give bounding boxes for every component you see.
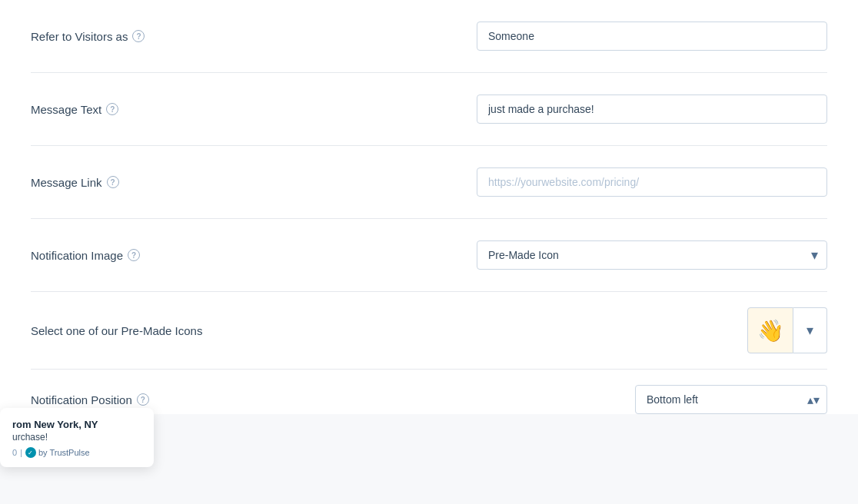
- selected-icon-emoji: 👋: [757, 318, 784, 343]
- notification-position-label-col: Notification Position ?: [31, 393, 635, 406]
- notification-image-input-col: Pre-Made Icon Custom Image None ▾: [477, 240, 827, 270]
- notification-image-row: Notification Image ? Pre-Made Icon Custo…: [31, 219, 827, 292]
- refer-to-visitors-input[interactable]: [477, 22, 827, 51]
- popup-footer: 0 | ✓ by TrustPulse: [12, 447, 141, 458]
- icon-preview: 👋: [747, 307, 793, 353]
- premade-icons-label: Select one of our Pre-Made Icons: [31, 324, 747, 337]
- form-section: Refer to Visitors as ? Message Text ? Me…: [0, 0, 858, 414]
- refer-to-visitors-label: Refer to Visitors as: [31, 30, 128, 43]
- message-text-input-col: [477, 94, 827, 124]
- icon-dropdown-chevron: ▾: [806, 322, 813, 339]
- icon-dropdown-button[interactable]: ▾: [793, 307, 827, 353]
- message-text-input[interactable]: [477, 94, 827, 124]
- premade-icons-row: Select one of our Pre-Made Icons 👋 ▾: [31, 292, 827, 370]
- refer-to-visitors-row: Refer to Visitors as ?: [31, 0, 827, 73]
- notification-position-select-wrapper: Bottom left Bottom right Top left Top ri…: [635, 385, 827, 414]
- icon-selector-right: 👋 ▾: [747, 307, 827, 353]
- page-container: Refer to Visitors as ? Message Text ? Me…: [0, 0, 858, 504]
- popup-message: urchase!: [12, 432, 141, 443]
- refer-to-visitors-input-col: [477, 22, 827, 51]
- message-link-row: Message Link ?: [31, 146, 827, 219]
- popup-time-separator: |: [20, 448, 22, 457]
- notification-image-select[interactable]: Pre-Made Icon Custom Image None: [477, 240, 827, 270]
- notification-image-label-col: Notification Image ?: [31, 249, 477, 262]
- notification-position-label: Notification Position: [31, 393, 132, 406]
- popup-time-ago: 0: [12, 448, 17, 457]
- popup-title: rom New York, NY: [12, 419, 141, 430]
- trustpulse-label: by TrustPulse: [38, 448, 90, 457]
- notification-position-help-icon[interactable]: ?: [137, 393, 149, 406]
- message-link-label: Message Link: [31, 176, 102, 189]
- notification-image-select-wrapper: Pre-Made Icon Custom Image None ▾: [477, 240, 827, 270]
- message-text-row: Message Text ?: [31, 73, 827, 146]
- refer-to-visitors-help-icon[interactable]: ?: [132, 30, 145, 42]
- trustpulse-badge: ✓ by TrustPulse: [25, 447, 90, 458]
- message-link-help-icon[interactable]: ?: [107, 176, 119, 188]
- message-link-input-col: [477, 167, 827, 197]
- trustpulse-check-icon: ✓: [25, 447, 36, 458]
- message-link-input[interactable]: [477, 167, 827, 197]
- message-text-help-icon[interactable]: ?: [106, 103, 118, 115]
- notification-popup-preview: rom New York, NY urchase! 0 | ✓ by Trust…: [0, 408, 154, 467]
- refer-to-visitors-label-col: Refer to Visitors as ?: [31, 30, 477, 43]
- notification-position-select[interactable]: Bottom left Bottom right Top left Top ri…: [635, 385, 827, 414]
- notification-image-help-icon[interactable]: ?: [128, 249, 140, 261]
- message-text-label: Message Text: [31, 103, 101, 116]
- notification-image-label: Notification Image: [31, 249, 123, 262]
- message-text-label-col: Message Text ?: [31, 103, 477, 116]
- notification-position-row: Notification Position ? Bottom left Bott…: [31, 370, 827, 414]
- message-link-label-col: Message Link ?: [31, 176, 477, 189]
